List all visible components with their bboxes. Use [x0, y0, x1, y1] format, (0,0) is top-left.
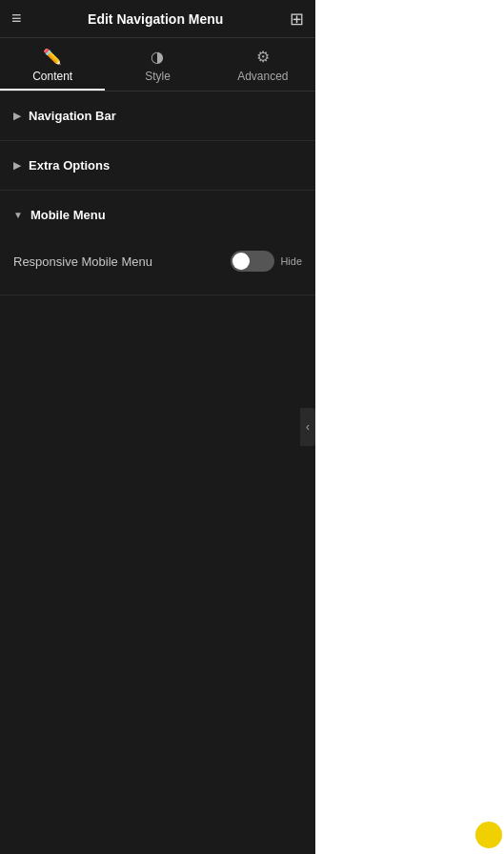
editor-panel: ≡ Edit Navigation Menu ⊞ ✏️ Content ◑ St…	[0, 0, 315, 854]
responsive-mobile-menu-row: Responsive Mobile Menu Hide	[13, 243, 302, 279]
responsive-mobile-menu-toggle-wrapper: Hide	[231, 251, 302, 272]
mobile-menu-header[interactable]: ▼ Mobile Menu	[0, 191, 315, 239]
content-tab-label: Content	[32, 70, 72, 83]
navigation-bar-chevron: ▶	[13, 111, 21, 121]
grid-icon[interactable]: ⊞	[290, 9, 304, 30]
toggle-knob	[232, 253, 250, 270]
mobile-menu-label: Mobile Menu	[30, 208, 106, 222]
navigation-bar-label: Navigation Bar	[29, 109, 116, 123]
header: ≡ Edit Navigation Menu ⊞	[0, 0, 315, 38]
mobile-menu-content: Responsive Mobile Menu Hide	[0, 239, 315, 295]
responsive-mobile-menu-label: Responsive Mobile Menu	[13, 254, 152, 269]
toggle-hide-label: Hide	[280, 255, 302, 267]
sections-container: ▶ Navigation Bar ▶ Extra Options ▼ Mobil…	[0, 92, 315, 854]
extra-options-label: Extra Options	[29, 158, 110, 173]
collapse-button[interactable]: ‹	[300, 408, 315, 446]
mobile-menu-section: ▼ Mobile Menu Responsive Mobile Menu Hid…	[0, 191, 315, 295]
mobile-menu-chevron: ▼	[13, 210, 23, 220]
advanced-tab-icon: ⚙	[256, 48, 270, 66]
header-title: Edit Navigation Menu	[88, 11, 223, 27]
yellow-circle-indicator[interactable]	[475, 822, 502, 848]
hamburger-icon[interactable]: ≡	[11, 9, 22, 29]
extra-options-header[interactable]: ▶ Extra Options	[0, 141, 315, 190]
style-tab-label: Style	[145, 70, 171, 83]
extra-options-section: ▶ Extra Options	[0, 141, 315, 191]
extra-options-chevron: ▶	[13, 160, 21, 171]
tab-advanced[interactable]: ⚙ Advanced	[211, 38, 315, 91]
collapse-icon: ‹	[306, 420, 310, 434]
navigation-bar-section: ▶ Navigation Bar	[0, 92, 315, 141]
advanced-tab-label: Advanced	[237, 70, 288, 83]
tab-content[interactable]: ✏️ Content	[0, 38, 105, 91]
responsive-mobile-menu-toggle[interactable]	[231, 251, 274, 272]
right-panel	[315, 0, 504, 854]
tab-style[interactable]: ◑ Style	[105, 38, 210, 91]
tabs-bar: ✏️ Content ◑ Style ⚙ Advanced	[0, 38, 315, 92]
navigation-bar-header[interactable]: ▶ Navigation Bar	[0, 92, 315, 140]
content-tab-icon: ✏️	[43, 48, 62, 66]
style-tab-icon: ◑	[151, 48, 164, 66]
